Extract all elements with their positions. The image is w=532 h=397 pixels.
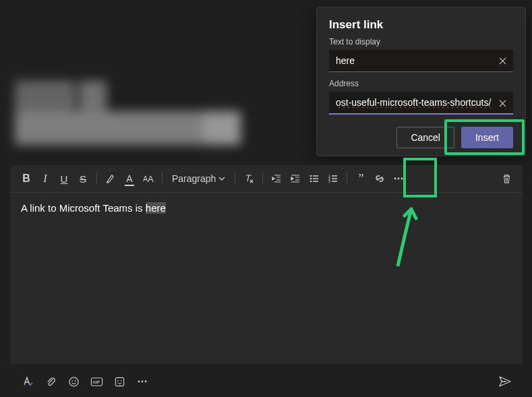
- svg-text:GIF: GIF: [92, 379, 99, 384]
- text-to-display-input[interactable]: [329, 50, 513, 72]
- svg-point-15: [117, 380, 119, 381]
- giphy-button[interactable]: GIF: [87, 372, 106, 391]
- clear-text-button[interactable]: [496, 55, 509, 68]
- strikethrough-button[interactable]: S: [73, 169, 92, 188]
- svg-point-9: [69, 377, 78, 386]
- font-color-button[interactable]: A: [120, 169, 139, 188]
- compose-box: B I U S A AA Paragraph 123: [10, 165, 523, 364]
- italic-button[interactable]: I: [36, 169, 55, 188]
- sticker-button[interactable]: [110, 372, 129, 391]
- svg-point-1: [310, 178, 312, 180]
- sticker-icon: [114, 376, 125, 388]
- insert-link-button[interactable]: [370, 169, 389, 188]
- svg-point-19: [145, 381, 147, 383]
- svg-point-6: [394, 178, 396, 180]
- gif-icon: GIF: [90, 376, 103, 388]
- more-icon: [393, 173, 404, 184]
- bullet-list-icon: [309, 173, 320, 184]
- link-icon: [374, 173, 386, 185]
- svg-rect-14: [115, 377, 123, 386]
- address-label: Address: [329, 79, 513, 88]
- svg-text:3: 3: [328, 179, 330, 183]
- svg-point-17: [138, 381, 140, 383]
- numbered-list-button[interactable]: 123: [324, 169, 343, 188]
- svg-point-10: [71, 380, 73, 381]
- compose-actions-bar: GIF: [10, 369, 523, 394]
- svg-point-2: [310, 181, 312, 183]
- compose-body[interactable]: A link to Microsoft Teams is here: [10, 193, 523, 364]
- underline-button[interactable]: U: [55, 169, 73, 188]
- bulleted-list-button[interactable]: [305, 169, 324, 188]
- paperclip-icon: [45, 376, 57, 388]
- more-actions-button[interactable]: [133, 372, 152, 391]
- quote-button[interactable]: ”: [351, 169, 370, 188]
- attach-button[interactable]: [41, 372, 60, 391]
- clear-formatting-button[interactable]: [239, 169, 258, 188]
- format-button[interactable]: [18, 372, 37, 391]
- emoji-icon: [68, 376, 80, 388]
- format-toolbar: B I U S A AA Paragraph 123: [10, 165, 523, 193]
- chevron-down-icon: [218, 175, 225, 182]
- font-size-button[interactable]: AA: [139, 169, 158, 188]
- number-list-icon: 123: [328, 173, 338, 184]
- clear-format-icon: [243, 173, 254, 184]
- trash-icon: [502, 174, 512, 184]
- svg-point-16: [121, 380, 122, 381]
- outdent-icon: [271, 173, 282, 184]
- paragraph-dropdown[interactable]: Paragraph: [167, 173, 231, 184]
- compose-text: A link to Microsoft Teams is: [21, 202, 146, 214]
- highlighter-icon: [105, 173, 116, 184]
- address-input[interactable]: [329, 92, 513, 115]
- more-options-button[interactable]: [389, 169, 408, 188]
- compose-selected-text: here: [146, 202, 166, 214]
- text-to-display-label: Text to display: [329, 37, 513, 47]
- close-icon: [499, 100, 506, 107]
- clear-address-button[interactable]: [496, 96, 509, 110]
- dialog-title: Insert link: [329, 18, 513, 32]
- format-icon: [22, 375, 34, 388]
- svg-point-7: [398, 178, 400, 180]
- highlight-button[interactable]: [101, 169, 120, 188]
- insert-link-dialog: Insert link Text to display Address Canc…: [316, 7, 526, 156]
- emoji-button[interactable]: [64, 372, 83, 391]
- send-button[interactable]: [496, 372, 514, 391]
- svg-point-11: [74, 380, 76, 381]
- increase-indent-button[interactable]: [286, 169, 305, 188]
- indent-icon: [290, 173, 301, 184]
- close-icon: [499, 57, 506, 65]
- svg-point-0: [310, 175, 312, 177]
- svg-point-18: [142, 381, 144, 383]
- bold-button[interactable]: B: [17, 169, 36, 188]
- svg-point-8: [401, 178, 403, 180]
- send-icon: [498, 375, 512, 388]
- cancel-button[interactable]: Cancel: [396, 127, 454, 148]
- delete-button[interactable]: [497, 169, 516, 188]
- more-icon: [137, 376, 148, 387]
- paragraph-label: Paragraph: [172, 173, 216, 184]
- insert-button[interactable]: Insert: [461, 127, 513, 148]
- decrease-indent-button[interactable]: [267, 169, 286, 188]
